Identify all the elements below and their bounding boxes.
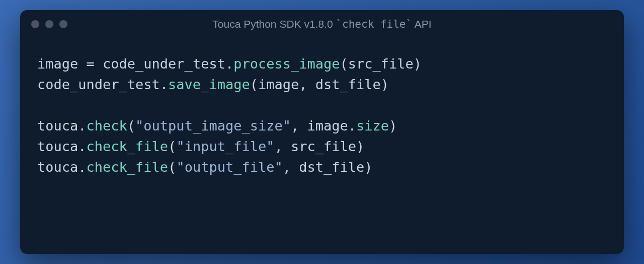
code-token: touca. (37, 118, 87, 134)
code-token: "input_file" (176, 139, 274, 154)
code-line: image = code_under_test.process_image(sr… (37, 53, 607, 74)
code-token: check (87, 118, 127, 134)
code-token: "output_file" (176, 159, 282, 175)
window-title: Touca Python SDK v1.8.0 `check_file` API (20, 18, 624, 30)
code-line: touca.check_file("input_file", src_file) (37, 136, 607, 157)
code-token: code_under_test. (95, 56, 233, 72)
code-area: image = code_under_test.process_image(sr… (20, 38, 624, 254)
code-token: save_image (168, 77, 250, 92)
code-line (37, 95, 607, 115)
code-token: ( (127, 118, 135, 134)
window-controls (31, 20, 67, 28)
code-token: (image, dst_file) (250, 77, 389, 92)
code-token: , src_file) (274, 139, 364, 154)
title-prefix: Touca Python SDK v1.8.0 (212, 18, 336, 30)
code-line: code_under_test.save_image(image, dst_fi… (37, 74, 607, 95)
title-code: `check_file` (336, 18, 412, 30)
code-token: touca. (37, 159, 87, 175)
code-line: touca.check("output_image_size", image.s… (37, 115, 607, 136)
code-token: ) (389, 118, 397, 134)
minimize-icon[interactable] (45, 20, 53, 28)
code-token: size (356, 118, 389, 134)
code-token: check_file (87, 159, 169, 175)
maximize-icon[interactable] (59, 20, 67, 28)
code-token: ( (168, 159, 176, 175)
code-line: touca.check_file("output_file", dst_file… (37, 157, 607, 177)
code-token: check_file (87, 139, 169, 154)
code-token: , dst_file) (283, 159, 373, 175)
code-token: code_under_test. (37, 77, 168, 92)
close-icon[interactable] (31, 20, 39, 28)
code-token: = (87, 56, 95, 72)
code-token: touca. (37, 139, 87, 154)
code-token: (src_file) (340, 56, 422, 72)
titlebar: Touca Python SDK v1.8.0 `check_file` API (20, 10, 624, 38)
code-token: "output_image_size" (135, 118, 291, 134)
code-window: Touca Python SDK v1.8.0 `check_file` API… (20, 10, 624, 254)
code-token: process_image (233, 56, 340, 72)
code-token: image (37, 56, 87, 72)
title-suffix: API (412, 18, 432, 30)
code-token: , image. (291, 118, 356, 134)
code-token: ( (168, 139, 176, 154)
